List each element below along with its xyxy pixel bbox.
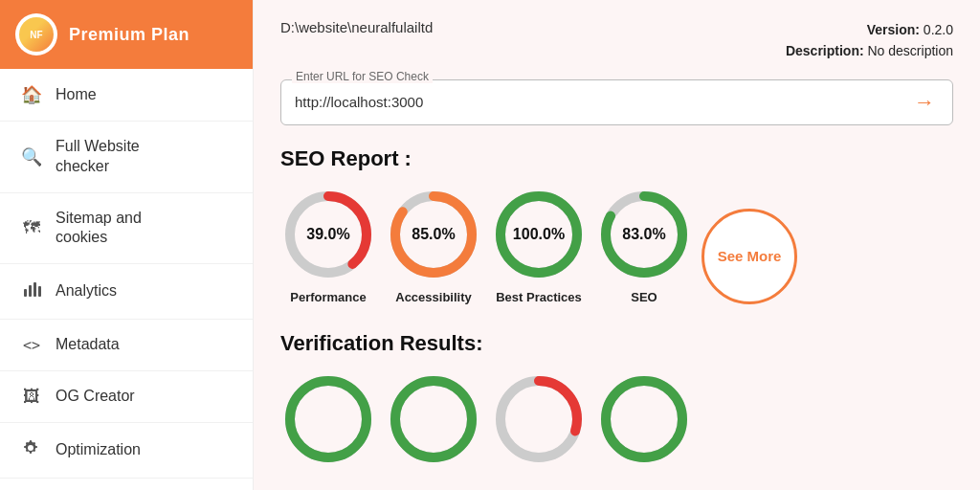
url-submit-button[interactable]: → [910,90,939,115]
see-more-button[interactable]: See More [702,209,797,304]
gauge-container-vr4 [596,371,692,467]
gauge-accessibility: 85.0% Accessibility [386,187,481,304]
gauge-label-performance: Performance [290,290,366,304]
sidebar-item-og-creator[interactable]: 🖼 OG Creator [0,371,253,423]
sidebar-item-analytics[interactable]: Analytics [0,264,253,320]
sidebar-item-label: Home [56,85,97,105]
gauge-value-performance: 39.0% [306,226,349,243]
gauge-container-vr2 [386,371,481,467]
url-input[interactable] [295,94,910,110]
svg-rect-0 [24,289,27,297]
verification-gauges-row [280,371,953,467]
gauge-vr4 [596,371,692,467]
gauge-label-accessibility: Accessibility [395,290,472,304]
sidebar-item-home[interactable]: 🏠 Home [0,69,253,122]
gauge-container-seo: 83.0% [596,187,692,282]
gauge-container-performance: 39.0% [280,187,376,282]
gauge-container-best-practices: 100.0% [491,187,587,282]
see-more-wrapper: See More [702,209,797,304]
sidebar-item-label: Full Websitechecker [56,137,140,177]
gauge-vr3 [491,371,587,467]
metadata-icon: <> [21,337,42,354]
gauge-seo: 83.0% SEO [596,187,692,304]
gear-icon [21,438,42,462]
sidebar-item-label: Analytics [56,281,117,301]
sidebar: NF Premium Plan 🏠 Home 🔍 Full Websiteche… [0,0,254,490]
analytics-icon [21,279,42,303]
url-field-wrapper: Enter URL for SEO Check → [280,79,953,125]
gauge-value-seo: 83.0% [622,226,665,243]
svg-rect-1 [29,285,32,297]
svg-point-13 [290,381,367,457]
sidebar-header: NF Premium Plan [0,0,253,69]
verification-results-section: Verification Results: [280,331,953,467]
gauge-label-best-practices: Best Practices [496,290,582,304]
gauge-vr1 [280,371,376,467]
svg-point-19 [606,381,682,457]
logo-inner: NF [19,17,54,52]
sidebar-item-label: Metadata [56,335,120,355]
gauge-value-best-practices: 100.0% [513,226,565,243]
seo-report-section: SEO Report : 39.0% Performance [280,146,953,304]
main-content: D:\website\neuralfulailtd Version: 0.2.0… [254,0,980,490]
gauge-container-vr1 [280,371,376,467]
path-info: D:\website\neuralfulailtd [280,19,433,35]
sidebar-item-sitemap-cookies[interactable]: 🗺 Sitemap andcookies [0,193,253,265]
top-bar: D:\website\neuralfulailtd Version: 0.2.0… [280,19,953,62]
image-icon: 🖼 [21,387,42,407]
svg-rect-3 [38,286,41,297]
gauge-performance: 39.0% Performance [280,187,376,304]
svg-rect-2 [33,282,36,297]
url-field-label: Enter URL for SEO Check [292,70,433,83]
home-icon: 🏠 [21,84,42,105]
gauge-label-seo: SEO [631,290,657,304]
sidebar-item-label: Sitemap andcookies [56,209,142,249]
gauge-container-accessibility: 85.0% [386,187,481,282]
sidebar-title: Premium Plan [69,25,189,45]
gauge-value-accessibility: 85.0% [412,226,455,243]
gauge-best-practices: 100.0% Best Practices [491,187,587,304]
url-field-row: → [280,79,953,125]
svg-point-15 [395,381,472,457]
seo-report-title: SEO Report : [280,146,953,171]
gauge-container-vr3 [491,371,587,467]
sidebar-item-optimization[interactable]: Optimization [0,423,253,479]
version-info: Version: 0.2.0Description: No descriptio… [786,19,953,62]
sidebar-item-metadata[interactable]: <> Metadata [0,320,253,371]
seo-gauges-row: 39.0% Performance 85.0% Accessibility [280,187,953,304]
map-icon: 🗺 [21,218,42,238]
verification-results-title: Verification Results: [280,331,953,356]
search-icon: 🔍 [21,146,42,167]
sidebar-item-label: Optimization [56,440,141,460]
logo: NF [15,13,57,56]
sidebar-item-label: OG Creator [56,387,135,407]
sidebar-item-full-website-checker[interactable]: 🔍 Full Websitechecker [0,122,253,193]
gauge-vr2 [386,371,481,467]
